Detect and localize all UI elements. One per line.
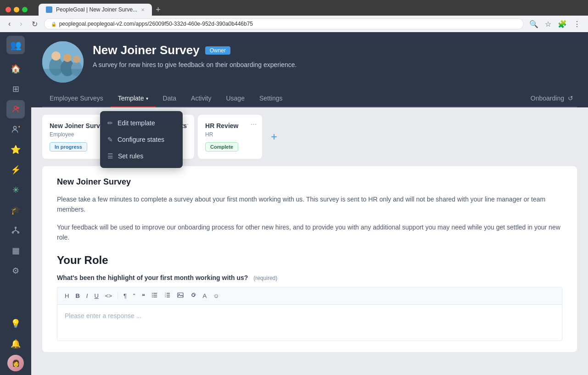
editor-underline-button[interactable]: U [92,291,100,300]
tab-template[interactable]: Template ▾ [111,90,156,107]
svg-point-23 [152,297,153,297]
editor-paragraph-button[interactable]: ¶ [122,291,129,300]
editor-emoji-button[interactable]: ☺ [211,291,221,300]
forward-button[interactable]: › [17,19,25,29]
rules-icon: ☰ [107,152,113,160]
sidebar-item-asterisk[interactable]: ✳ [6,181,25,199]
stage-1-role: Employee [50,131,107,138]
svg-point-14 [63,54,72,62]
svg-point-0 [14,106,17,109]
editor-placeholder: Please enter a response ... [65,312,141,319]
stage-3-status: Complete [205,142,238,151]
svg-point-2 [14,126,17,129]
dropdown-edit-template[interactable]: ✏ Edit template [100,115,183,131]
sidebar-item-table[interactable]: ▦ [6,241,25,260]
form-section-title: New Joiner Survey [57,177,562,187]
close-button[interactable] [6,7,11,12]
active-tab[interactable]: PeopleGoal | New Joiner Surve... ✕ [39,4,152,16]
logo-icon: 👥 [10,39,22,50]
sidebar-item-bolt[interactable]: ⚡ [6,161,25,179]
dropdown-configure-states[interactable]: ✎ Configure states [100,131,183,148]
sidebar-bottom: 💡 🔔 👩 [6,314,25,371]
stage-more-button-2[interactable]: ··· [183,120,189,129]
svg-point-6 [18,232,19,233]
browser-toolbar-icons: 🔍 ☆ 🧩 ⋮ [527,19,582,29]
stages-wrapper: ··· New Joiner Survey Employee In progre… [31,107,588,166]
chevron-down-icon: ▾ [146,96,148,101]
editor-color-button[interactable]: A [201,291,209,300]
stage-3-role: HR [205,131,255,138]
url-bar[interactable]: 🔒 peoplegoal.peoplegoal-v2.com/apps/2600… [44,18,524,29]
dropdown-set-rules[interactable]: ☰ Set rules [100,148,183,164]
svg-line-9 [16,230,18,232]
refresh-button[interactable]: ↻ [29,19,40,29]
stage-card-3: ··· HR Review HR Complete [198,115,262,159]
owner-badge: Owner [205,46,230,55]
tab-usage[interactable]: Usage [218,90,252,107]
tab-settings[interactable]: Settings [252,90,290,107]
sidebar-logo[interactable]: 👥 [6,36,25,54]
tab-data[interactable]: Data [156,90,184,107]
menu-icon[interactable]: ⋮ [571,19,582,29]
editor-bold-button[interactable]: B [73,291,81,300]
new-tab-button[interactable]: + [152,5,164,15]
tab-bar: PeopleGoal | New Joiner Surve... ✕ + [39,4,164,16]
svg-point-22 [152,295,153,296]
sidebar-item-graduation[interactable]: 🎓 [6,201,25,219]
sidebar: 👥 🏠 ⊞ ⭐ ⚡ ✳ 🎓 ▦ ⚙ 💡 🔔 👩 [0,32,31,375]
sidebar-item-settings[interactable]: ⚙ [6,262,25,280]
back-button[interactable]: ‹ [6,19,13,29]
tab-template-label: Template [118,95,144,102]
editor-blockquote-button[interactable]: ❝ [140,291,147,300]
editor-ol-button[interactable]: 123 [162,291,173,301]
set-rules-label: Set rules [118,152,143,160]
sidebar-item-star[interactable]: ⭐ [6,140,25,159]
editor-code-button[interactable]: <> [103,291,114,300]
browser-chrome: PeopleGoal | New Joiner Surve... ✕ + ‹ ›… [0,0,588,32]
svg-rect-17 [42,69,84,83]
sidebar-item-bell[interactable]: 🔔 [6,335,25,353]
tab-activity[interactable]: Activity [184,90,218,107]
sidebar-item-grid[interactable]: ⊞ [6,80,25,98]
editor-italic-button[interactable]: I [84,291,90,300]
svg-point-12 [51,51,61,61]
sidebar-item-hierarchy[interactable] [6,221,25,240]
sidebar-item-lightbulb[interactable]: 💡 [6,314,25,333]
survey-info: New Joiner Survey Owner A survey for new… [93,41,297,68]
app: 👥 🏠 ⊞ ⭐ ⚡ ✳ 🎓 ▦ ⚙ 💡 🔔 👩 [0,32,588,375]
maximize-button[interactable] [22,7,28,12]
editor-input[interactable]: Please enter a response ... [57,304,562,341]
main-content: New Joiner Survey Owner A survey for new… [31,32,588,375]
tab-employee-surveys[interactable]: Employee Surveys [42,90,111,107]
svg-line-8 [13,230,16,232]
user-avatar[interactable]: 👩 [7,355,24,371]
svg-point-16 [73,56,80,63]
lock-icon: 🔒 [51,22,56,27]
editor-image-button[interactable] [175,291,185,301]
extensions-icon[interactable]: 🧩 [556,19,569,29]
your-role-heading: Your Role [57,254,562,267]
url-text: peoplegoal.peoplegoal-v2.com/apps/26009f… [59,21,253,27]
sidebar-item-person-star[interactable] [6,120,25,139]
survey-photo [42,41,84,83]
edit-template-label: Edit template [118,119,155,127]
editor-quote-button[interactable]: " [131,291,137,300]
add-stage-button[interactable]: + [266,129,282,145]
question-1-label: What's been the highlight of your first … [57,274,562,281]
stage-more-button-3[interactable]: ··· [251,120,257,129]
bookmark-icon[interactable]: ☆ [543,19,553,29]
editor-mention-button[interactable] [188,291,198,301]
search-icon[interactable]: 🔍 [527,19,540,29]
editor-ul-button[interactable] [150,291,160,301]
minimize-button[interactable] [14,7,19,12]
editor-toolbar: H B I U <> ¶ " ❝ 123 [57,287,562,304]
address-bar-container: ‹ › ↻ 🔒 peoplegoal.peoplegoal-v2.com/app… [0,16,588,32]
tab-close-button[interactable]: ✕ [141,7,145,12]
app-header: New Joiner Survey Owner A survey for new… [31,32,588,107]
sidebar-item-person-alert[interactable] [6,100,25,118]
sidebar-item-home[interactable]: 🏠 [6,60,25,78]
svg-rect-30 [178,293,183,297]
refresh-icon[interactable]: ↺ [568,95,573,102]
editor-heading-button[interactable]: H [63,291,71,300]
nav-right-section: Onboarding ↺ [531,95,577,102]
